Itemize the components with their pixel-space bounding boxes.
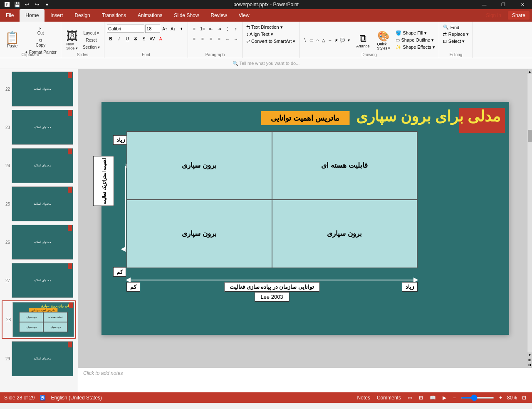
shape-callout[interactable]: 💬	[339, 37, 345, 43]
tab-insert[interactable]: Insert	[45, 9, 69, 22]
replace-btn[interactable]: ⇄ Replace ▾	[442, 31, 470, 37]
shape-oval[interactable]: ○	[314, 37, 320, 43]
arrange-button[interactable]: ⧉ Arrange	[353, 31, 373, 50]
columns-button[interactable]: ⋮	[224, 25, 231, 32]
zoom-slider[interactable]	[461, 397, 494, 399]
tab-transitions[interactable]: Transitions	[96, 9, 132, 22]
slide-thumb-27[interactable]: 27 محتوای اسلاید	[2, 262, 76, 299]
slide-panel[interactable]: 22 محتوای اسلاید 23 محتوای اسلاید 24 محت…	[0, 69, 78, 392]
justify[interactable]: ≡	[215, 35, 223, 42]
shape-effects-btn[interactable]: ✨ Shape Effects ▾	[394, 44, 436, 50]
select-btn[interactable]: ⊡ Select ▾	[442, 38, 470, 45]
zoom-in-btn[interactable]: +	[497, 394, 504, 401]
tab-design[interactable]: Design	[69, 9, 96, 22]
shape-outline-btn[interactable]: ▭ Shape Outline ▾	[394, 37, 436, 43]
decrease-indent[interactable]: ⇤	[207, 25, 215, 32]
slide-thumb-23[interactable]: 23 محتوای اسلاید	[2, 109, 76, 146]
close-btn[interactable]: ✕	[513, 0, 532, 9]
scroll-extra-1[interactable]: ◧	[527, 357, 532, 362]
text-direction-btn[interactable]: ⇆ Text Direction ▾	[245, 24, 297, 30]
new-slide-button[interactable]: 🖼 NewSlide ▾	[64, 29, 80, 52]
cut-button[interactable]: ✂ Cut	[23, 25, 58, 36]
matrix-title: ماتریس اهمیت توانایی	[261, 111, 349, 125]
bold-button[interactable]: B	[107, 35, 114, 42]
scroll-track[interactable]	[527, 74, 532, 352]
strikethrough-button[interactable]: S	[132, 35, 139, 42]
copy-button[interactable]: ⧉ Copy	[23, 37, 58, 48]
shape-star[interactable]: ★	[333, 37, 339, 43]
tab-review[interactable]: Review	[205, 9, 233, 22]
clear-formatting[interactable]: ✦	[178, 25, 185, 32]
paste-button[interactable]: 📋 Paste	[2, 30, 22, 50]
slide-thumbnail-25: محتوای اسلاید	[12, 186, 73, 221]
reset-button[interactable]: Reset	[81, 37, 101, 43]
numbering-button[interactable]: 1≡	[199, 25, 206, 32]
slide-sorter-btn[interactable]: ⊞	[417, 394, 425, 401]
redo-icon[interactable]: ↪	[33, 1, 41, 8]
align-center[interactable]: ≡	[199, 35, 206, 42]
zoom-range[interactable]	[461, 397, 494, 399]
tab-view[interactable]: View	[233, 9, 255, 22]
shadow-button[interactable]: S	[140, 35, 148, 42]
slide-thumb-22[interactable]: 22 محتوای اسلاید	[2, 71, 76, 107]
find-btn[interactable]: 🔍 Find	[442, 24, 470, 30]
slide-thumb-29[interactable]: 29 محتوای اسلاید	[2, 340, 76, 377]
increase-indent[interactable]: ⇥	[215, 25, 223, 32]
vertical-scrollbar[interactable]: ▲ ▼ ◧ ◨	[527, 69, 532, 367]
shape-triangle[interactable]: △	[321, 37, 327, 43]
rtl-text[interactable]: ←	[224, 35, 231, 42]
slide-thumb-28[interactable]: 28 مدلی برای برون سپاری ماتریس اهمیت توا…	[2, 300, 76, 339]
bullets-button[interactable]: ≡	[191, 25, 198, 32]
align-left[interactable]: ≡	[191, 35, 198, 42]
sign-in-button[interactable]: Sign in	[482, 11, 505, 20]
slideshow-btn[interactable]: ▶	[441, 394, 448, 401]
ltr-text[interactable]: →	[232, 35, 240, 42]
font-size-input[interactable]	[145, 25, 160, 33]
slide-thumb-24[interactable]: 24 محتوای اسلاید	[2, 147, 76, 184]
zoom-out-btn[interactable]: −	[451, 394, 458, 401]
font-color-button[interactable]: A	[157, 35, 164, 42]
share-button[interactable]: Share	[508, 11, 530, 20]
align-right[interactable]: ≡	[207, 35, 215, 42]
font-size-increase[interactable]: A↑	[161, 25, 168, 32]
tab-file[interactable]: File	[0, 9, 20, 22]
comments-button[interactable]: Comments	[375, 394, 403, 401]
section-button[interactable]: Section ▾	[81, 44, 101, 50]
char-spacing-button[interactable]: AV	[148, 35, 156, 42]
restore-btn[interactable]: ❐	[494, 0, 513, 9]
reading-view-btn[interactable]: 📖	[428, 394, 438, 401]
slide-thumb-25[interactable]: 25 محتوای اسلاید	[2, 186, 76, 222]
italic-button[interactable]: I	[115, 35, 123, 42]
tab-animations[interactable]: Animations	[132, 9, 168, 22]
normal-view-btn[interactable]: ▭	[406, 394, 414, 401]
customize-icon[interactable]: ▾	[43, 1, 51, 8]
shape-fill-btn[interactable]: 🪣 Shape Fill ▾	[394, 30, 436, 36]
scroll-extra-2[interactable]: ◨	[527, 362, 532, 367]
quick-styles-button[interactable]: 🎨 QuickStyles ▾	[374, 29, 393, 52]
fit-window-btn[interactable]: ⊡	[520, 394, 528, 401]
scroll-thumb[interactable]	[528, 130, 532, 142]
font-size-decrease[interactable]: A↓	[169, 25, 177, 32]
slide-thumb-26[interactable]: 26 محتوای اسلاید	[2, 224, 76, 260]
tab-slideshow[interactable]: Slide Show	[168, 9, 205, 22]
scroll-up-btn[interactable]: ▲	[527, 69, 532, 74]
shape-more[interactable]: ▾	[346, 37, 351, 43]
shape-line[interactable]: \	[302, 37, 308, 43]
scroll-down-btn[interactable]: ▼	[527, 352, 532, 357]
underline-button[interactable]: U	[124, 35, 131, 42]
accessibility-icon[interactable]: ♿	[40, 395, 46, 401]
layout-button[interactable]: Layout ▾	[81, 30, 101, 36]
minimize-btn[interactable]: —	[475, 0, 494, 9]
notes-button[interactable]: Notes	[356, 394, 372, 401]
paragraph-spacing[interactable]: ↕	[232, 25, 240, 32]
align-text-btn[interactable]: ↕ Align Text ▾	[245, 31, 297, 37]
notes-area[interactable]: Click to add notes	[78, 367, 532, 392]
slide-canvas[interactable]: ▲ ▼ ◧ ◨ مدلی برای برون سپاری ماتریس اهمی…	[78, 69, 532, 367]
convert-smartart-btn[interactable]: ⇌ Convert to SmartArt ▾	[245, 38, 297, 45]
font-family-input[interactable]	[107, 25, 144, 33]
undo-icon[interactable]: ↩	[23, 1, 31, 8]
shape-rect[interactable]: ▭	[308, 37, 314, 43]
shape-arrow[interactable]: →	[327, 37, 333, 43]
tab-home[interactable]: Home	[20, 9, 45, 22]
save-icon[interactable]: 💾	[13, 1, 21, 8]
